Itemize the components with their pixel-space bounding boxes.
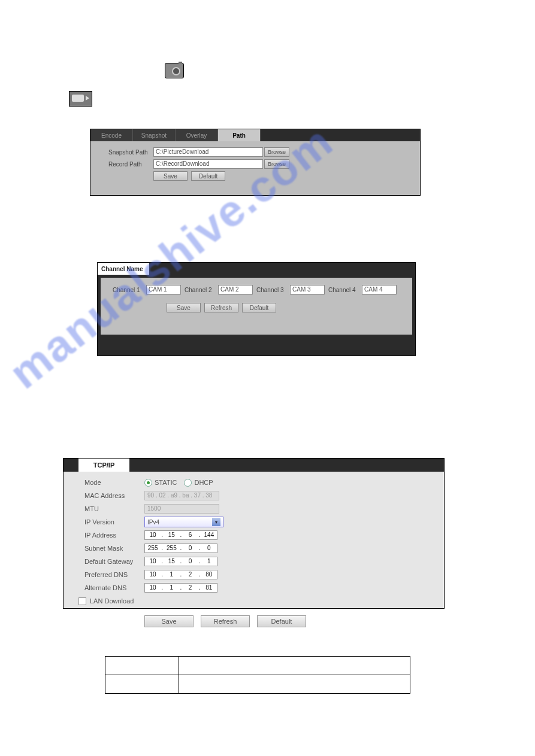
chevron-down-icon: ▾ — [212, 518, 220, 526]
channel-1-input[interactable]: CAM 1 — [146, 285, 181, 294]
tab-encode[interactable]: Encode — [90, 129, 133, 141]
ip-seg[interactable]: 2 — [183, 570, 198, 579]
tab-tcpip[interactable]: TCP/IP — [78, 459, 129, 472]
mode-label: Mode — [84, 479, 144, 486]
ip-seg[interactable]: 10 — [145, 570, 161, 579]
channel-save-button[interactable]: Save — [167, 303, 201, 312]
mtu-input: 1500 — [144, 504, 219, 514]
tcpip-save-button[interactable]: Save — [144, 615, 194, 627]
table-row — [105, 657, 410, 675]
mac-input: 90 . 02 . a9 . ba . 37 . 38 — [144, 491, 219, 500]
ip-seg[interactable]: 15 — [164, 531, 179, 539]
ip-seg[interactable]: 10 — [145, 531, 161, 539]
tcpip-refresh-button[interactable]: Refresh — [201, 615, 250, 627]
mode-static-label: STATIC — [155, 479, 177, 486]
ip-seg[interactable]: 1 — [164, 570, 179, 579]
tab-snapshot[interactable]: Snapshot — [133, 129, 176, 141]
path-save-button[interactable]: Save — [153, 171, 188, 181]
subnet-mask-label: Subnet Mask — [84, 545, 144, 552]
ip-seg[interactable]: 15 — [164, 557, 179, 566]
ip-seg[interactable]: 10 — [145, 557, 161, 566]
parameter-table — [105, 656, 410, 694]
ip-seg[interactable]: 2 — [183, 584, 198, 592]
preferred-dns-input[interactable]: 10. 1. 2. 80 — [144, 570, 217, 579]
ip-seg[interactable]: 144 — [201, 531, 217, 539]
snapshot-path-label: Snapshot Path — [108, 149, 153, 156]
lan-download-checkbox[interactable] — [78, 597, 86, 605]
channel-3-input[interactable]: CAM 3 — [290, 285, 325, 294]
mode-static-radio[interactable] — [144, 479, 152, 487]
ip-seg[interactable]: 0 — [201, 544, 217, 552]
ip-seg[interactable]: 0 — [183, 557, 198, 566]
tab-path[interactable]: Path — [218, 129, 261, 141]
ip-address-input[interactable]: 10. 15. 6. 144 — [144, 530, 217, 540]
channel-1-label: Channel 1 — [113, 287, 143, 293]
tcpip-default-button[interactable]: Default — [257, 615, 306, 627]
ip-seg[interactable]: 255 — [145, 544, 161, 552]
snapshot-path-input[interactable]: C:\PictureDownload — [153, 147, 263, 157]
mtu-label: MTU — [84, 505, 144, 512]
lan-download-label: LAN Download — [90, 597, 134, 605]
channel-name-panel: Channel Name Channel 1 CAM 1 Channel 2 C… — [97, 262, 416, 356]
gateway-label: Default Gateway — [84, 558, 144, 565]
tab-channel-name[interactable]: Channel Name — [98, 263, 149, 275]
ipversion-select[interactable]: IPv4 ▾ — [144, 517, 223, 527]
channel-refresh-button[interactable]: Refresh — [204, 303, 238, 312]
ip-seg[interactable]: 10 — [145, 584, 161, 592]
record-path-input[interactable]: C:\RecordDownload — [153, 159, 263, 169]
subnet-mask-input[interactable]: 255. 255. 0. 0 — [144, 544, 217, 553]
ip-address-label: IP Address — [84, 532, 144, 539]
snapshot-browse-button[interactable]: Browse — [264, 147, 289, 157]
channel-4-input[interactable]: CAM 4 — [362, 285, 397, 294]
preferred-dns-label: Preferred DNS — [84, 571, 144, 578]
ip-seg[interactable]: 1 — [201, 557, 217, 566]
alternate-dns-label: Alternate DNS — [84, 584, 144, 591]
path-settings-panel: Encode Snapshot Overlay Path Snapshot Pa… — [90, 129, 421, 196]
channel-4-label: Channel 4 — [328, 287, 358, 293]
ipversion-value: IPv4 — [147, 519, 159, 526]
camera-still-icon — [165, 63, 184, 78]
path-default-button[interactable]: Default — [191, 171, 225, 181]
channel-3-label: Channel 3 — [256, 287, 286, 293]
channel-2-label: Channel 2 — [185, 287, 214, 293]
mac-label: MAC Address — [84, 492, 144, 499]
ip-seg[interactable]: 81 — [201, 584, 217, 592]
gateway-input[interactable]: 10. 15. 0. 1 — [144, 557, 217, 566]
alternate-dns-input[interactable]: 10. 1. 2. 81 — [144, 583, 217, 593]
ip-seg[interactable]: 255 — [164, 544, 179, 552]
camera-record-icon — [69, 91, 92, 107]
tcpip-panel: TCP/IP Mode STATIC DHCP MAC Address 90 .… — [63, 458, 445, 609]
ip-seg[interactable]: 80 — [201, 570, 217, 579]
channel-default-button[interactable]: Default — [242, 303, 276, 312]
table-row — [105, 675, 410, 694]
tab-overlay[interactable]: Overlay — [176, 129, 218, 141]
mode-dhcp-label: DHCP — [194, 479, 213, 486]
channel-2-input[interactable]: CAM 2 — [218, 285, 253, 294]
ip-seg[interactable]: 1 — [164, 584, 179, 592]
ipversion-label: IP Version — [84, 518, 144, 526]
record-browse-button[interactable]: Browse — [264, 159, 289, 169]
mode-dhcp-radio[interactable] — [184, 479, 192, 487]
record-path-label: Record Path — [108, 161, 153, 168]
ip-seg[interactable]: 0 — [183, 544, 198, 552]
ip-seg[interactable]: 6 — [183, 531, 198, 539]
